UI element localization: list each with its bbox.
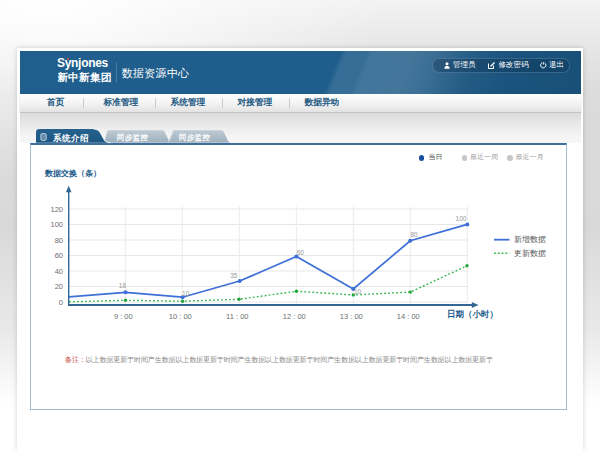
svg-text:系统介绍: 系统介绍 [52,133,89,143]
svg-text:同步监控: 同步监控 [117,133,148,142]
svg-text:同步监控: 同步监控 [179,133,210,142]
